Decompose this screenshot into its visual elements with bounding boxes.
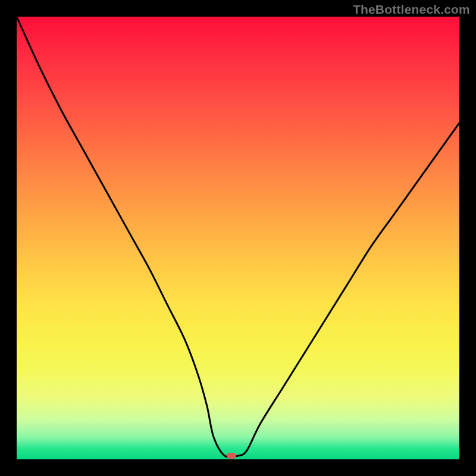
chart-plot-area xyxy=(17,17,459,459)
curve-path xyxy=(17,17,459,458)
optimal-point-marker xyxy=(227,453,236,459)
bottleneck-curve xyxy=(17,17,459,459)
watermark-text: TheBottleneck.com xyxy=(353,2,470,17)
chart-frame: TheBottleneck.com xyxy=(0,0,476,476)
